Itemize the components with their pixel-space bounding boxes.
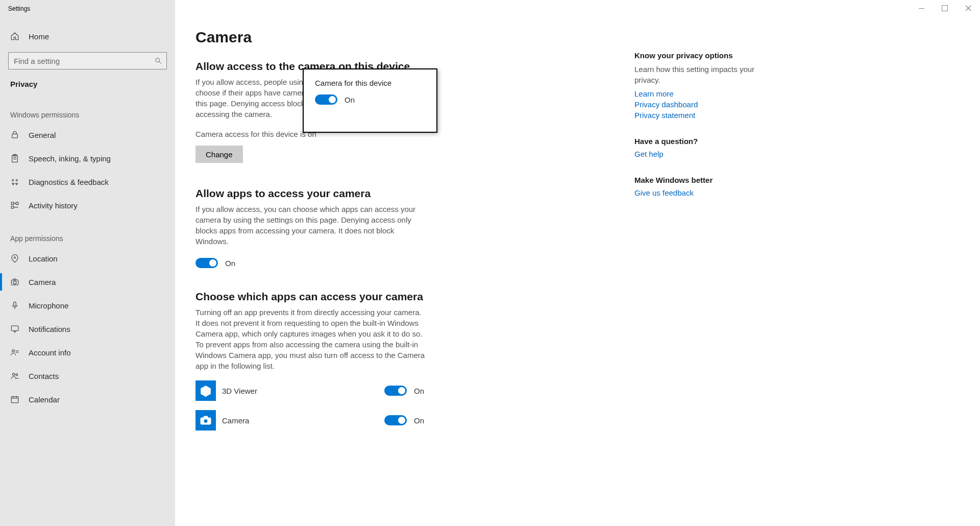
section-choose-apps-desc: Turning off an app prevents it from dire… bbox=[195, 307, 425, 371]
flyout-toggle[interactable] bbox=[315, 94, 337, 105]
sidebar-item-camera[interactable]: Camera bbox=[0, 270, 175, 294]
timeline-icon bbox=[10, 201, 19, 210]
sidebar-item-label: Location bbox=[29, 254, 58, 263]
sidebar-item-activity[interactable]: Activity history bbox=[0, 194, 175, 217]
camera-icon bbox=[10, 277, 19, 286]
allow-apps-toggle[interactable] bbox=[195, 258, 218, 268]
svg-point-16 bbox=[13, 281, 16, 284]
info-text-privacy: Learn how this setting impacts your priv… bbox=[634, 64, 767, 85]
section-windows-permissions: Windows permissions bbox=[0, 93, 175, 123]
allow-apps-toggle-state: On bbox=[225, 259, 235, 268]
svg-rect-10 bbox=[16, 202, 18, 205]
search-icon bbox=[154, 57, 162, 65]
svg-point-7 bbox=[12, 180, 14, 181]
change-button[interactable]: Change bbox=[195, 146, 243, 163]
info-heading-privacy: Know your privacy options bbox=[634, 51, 767, 60]
svg-point-33 bbox=[204, 419, 208, 423]
sidebar-item-label: Contacts bbox=[29, 372, 59, 380]
app-row-3d-viewer: 3D Viewer On bbox=[195, 380, 440, 401]
calendar-icon bbox=[10, 395, 19, 404]
window-title: Settings bbox=[0, 0, 175, 17]
sidebar-item-label: Calendar bbox=[29, 395, 60, 404]
category-label: Privacy bbox=[0, 74, 175, 93]
sidebar-item-label: Diagnostics & feedback bbox=[29, 178, 109, 186]
svg-point-8 bbox=[16, 180, 17, 181]
sidebar-item-speech[interactable]: Speech, inking, & typing bbox=[0, 147, 175, 170]
clipboard-icon bbox=[10, 154, 19, 163]
home-label: Home bbox=[29, 32, 49, 41]
sidebar-item-microphone[interactable]: Microphone bbox=[0, 294, 175, 317]
app-toggle-camera[interactable] bbox=[384, 415, 407, 425]
main-area: Camera Allow access to the camera on thi… bbox=[175, 0, 980, 526]
svg-point-23 bbox=[13, 373, 15, 376]
info-heading-feedback: Make Windows better bbox=[634, 176, 767, 184]
sidebar-item-label: Notifications bbox=[29, 325, 70, 333]
window-controls bbox=[910, 0, 980, 16]
app-name: Camera bbox=[222, 416, 378, 425]
app-tile-camera bbox=[195, 410, 216, 431]
link-privacy-dashboard[interactable]: Privacy dashboard bbox=[634, 100, 767, 109]
app-tile-3d-viewer bbox=[195, 380, 216, 401]
app-toggle-state: On bbox=[414, 387, 424, 395]
svg-rect-25 bbox=[11, 397, 18, 403]
close-icon bbox=[965, 5, 971, 11]
feedback-icon bbox=[10, 177, 19, 186]
lock-icon bbox=[10, 130, 19, 139]
section-allow-apps-desc: If you allow access, you can choose whic… bbox=[195, 204, 420, 247]
search-input[interactable] bbox=[14, 57, 154, 65]
svg-point-24 bbox=[16, 374, 18, 376]
search-box[interactable] bbox=[8, 52, 167, 69]
sidebar-item-diagnostics[interactable]: Diagnostics & feedback bbox=[0, 170, 175, 194]
sidebar-item-general[interactable]: General bbox=[0, 123, 175, 147]
svg-rect-34 bbox=[204, 416, 208, 418]
maximize-button[interactable] bbox=[933, 0, 957, 16]
minimize-button[interactable] bbox=[910, 0, 933, 16]
section-choose-apps-heading: Choose which apps can access your camera bbox=[195, 291, 614, 303]
sidebar-item-label: Camera bbox=[29, 278, 56, 286]
sidebar: Settings Home Privacy Windows permission… bbox=[0, 0, 175, 526]
app-toggle-3d-viewer[interactable] bbox=[384, 386, 407, 396]
camera-app-icon bbox=[200, 414, 212, 426]
app-row-camera: Camera On bbox=[195, 410, 440, 431]
sidebar-item-label: Speech, inking, & typing bbox=[29, 154, 111, 163]
close-button[interactable] bbox=[957, 0, 980, 16]
sidebar-item-label: Account info bbox=[29, 348, 71, 357]
section-app-permissions: App permissions bbox=[0, 217, 175, 247]
svg-rect-2 bbox=[12, 134, 18, 138]
app-name: 3D Viewer bbox=[222, 387, 378, 395]
sidebar-item-label: Activity history bbox=[29, 201, 78, 210]
sidebar-item-location[interactable]: Location bbox=[0, 247, 175, 270]
contacts-icon bbox=[10, 371, 19, 380]
svg-point-0 bbox=[156, 58, 160, 62]
info-heading-question: Have a question? bbox=[634, 137, 767, 146]
svg-point-14 bbox=[14, 257, 16, 258]
svg-rect-9 bbox=[11, 202, 14, 205]
svg-point-20 bbox=[12, 350, 15, 352]
svg-rect-17 bbox=[14, 302, 16, 306]
link-get-help[interactable]: Get help bbox=[634, 150, 767, 158]
account-icon bbox=[10, 348, 19, 357]
link-privacy-statement[interactable]: Privacy statement bbox=[634, 111, 767, 119]
info-pane: Know your privacy options Learn how this… bbox=[634, 0, 788, 526]
page-title: Camera bbox=[195, 29, 614, 46]
svg-rect-19 bbox=[11, 326, 18, 331]
flyout-title: Camera for this device bbox=[315, 79, 425, 87]
section-allow-apps-heading: Allow apps to access your camera bbox=[195, 187, 614, 200]
flyout-toggle-state: On bbox=[345, 95, 355, 104]
cube-icon bbox=[200, 385, 212, 397]
svg-rect-11 bbox=[11, 206, 14, 209]
app-toggle-state: On bbox=[414, 416, 424, 425]
camera-device-flyout: Camera for this device On bbox=[303, 68, 437, 133]
microphone-icon bbox=[10, 301, 19, 310]
home-nav[interactable]: Home bbox=[0, 25, 175, 48]
sidebar-item-notifications[interactable]: Notifications bbox=[0, 317, 175, 341]
home-icon bbox=[10, 32, 19, 41]
sidebar-item-account-info[interactable]: Account info bbox=[0, 341, 175, 364]
svg-line-1 bbox=[159, 62, 161, 64]
link-give-feedback[interactable]: Give us feedback bbox=[634, 188, 767, 197]
link-learn-more[interactable]: Learn more bbox=[634, 89, 767, 98]
sidebar-item-calendar[interactable]: Calendar bbox=[0, 388, 175, 411]
sidebar-item-label: Microphone bbox=[29, 301, 68, 310]
sidebar-item-contacts[interactable]: Contacts bbox=[0, 364, 175, 388]
location-icon bbox=[10, 254, 19, 263]
